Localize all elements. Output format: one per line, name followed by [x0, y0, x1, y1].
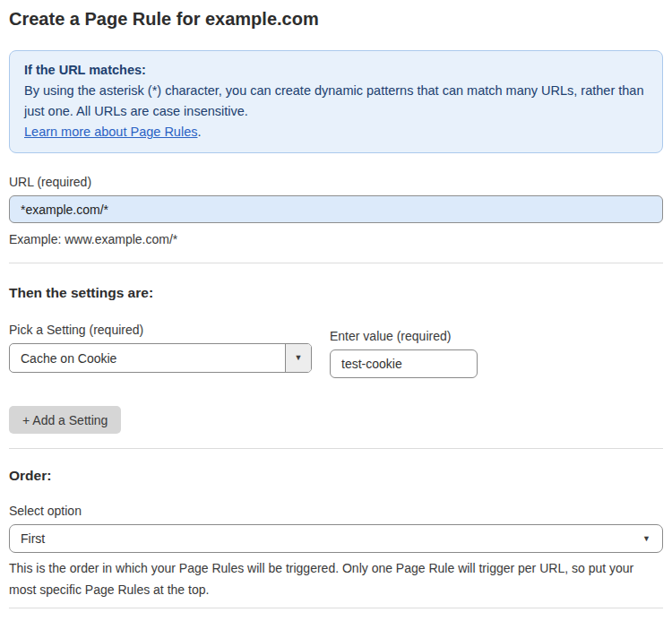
url-hint: Example: www.example.com/* [9, 229, 663, 250]
order-select-label: Select option [9, 504, 663, 519]
divider [9, 608, 663, 608]
learn-more-link[interactable]: Learn more about Page Rules [24, 125, 197, 139]
page-title: Create a Page Rule for example.com [9, 8, 663, 30]
setting-select-label: Pick a Setting (required) [9, 323, 312, 338]
setting-select-group: Pick a Setting (required) Cache on Cooki… [9, 323, 312, 373]
setting-value-label: Enter value (required) [330, 329, 478, 344]
order-select-value: First [10, 531, 642, 546]
info-box-link-line: Learn more about Page Rules. [24, 122, 648, 142]
url-label: URL (required) [9, 175, 663, 190]
info-box-body: By using the asterisk (*) character, you… [24, 81, 648, 122]
add-setting-button[interactable]: + Add a Setting [9, 406, 121, 434]
divider [9, 448, 663, 449]
url-input[interactable] [9, 195, 663, 223]
chevron-down-icon: ▼ [295, 354, 303, 362]
url-match-info-box: If the URL matches: By using the asteris… [9, 50, 663, 153]
setting-select-value: Cache on Cookie [10, 351, 285, 366]
create-page-rule-form: Create a Page Rule for example.com If th… [9, 0, 663, 621]
order-heading: Order: [9, 467, 663, 484]
order-help-text: This is the order in which your Page Rul… [9, 557, 663, 600]
setting-value-input[interactable] [330, 349, 478, 378]
setting-select[interactable]: Cache on Cookie ▼ [9, 343, 312, 373]
setting-select-arrow-button[interactable]: ▼ [285, 344, 311, 372]
divider [9, 263, 663, 263]
info-box-heading: If the URL matches: [24, 60, 648, 81]
order-select[interactable]: First ▼ [9, 524, 663, 553]
settings-heading: Then the settings are: [9, 284, 663, 301]
settings-row: Pick a Setting (required) Cache on Cooki… [9, 323, 663, 378]
chevron-down-icon: ▼ [642, 535, 662, 543]
setting-value-group: Enter value (required) [330, 323, 478, 378]
link-suffix: . [197, 125, 201, 139]
